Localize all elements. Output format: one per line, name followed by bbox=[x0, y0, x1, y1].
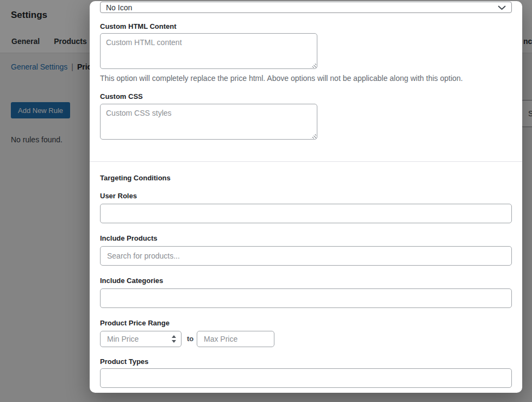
user-roles-input[interactable] bbox=[100, 204, 512, 223]
product-types-label: Product Types bbox=[100, 357, 148, 366]
custom-html-textarea[interactable] bbox=[100, 33, 317, 69]
include-products-label: Include Products bbox=[100, 234, 157, 242]
price-range-to-label: to bbox=[187, 335, 193, 343]
include-categories-label: Include Categories bbox=[100, 277, 163, 285]
rule-editor-modal: No Icon Custom HTML Content This option … bbox=[90, 1, 522, 393]
spinner-down-icon[interactable] bbox=[172, 340, 176, 343]
custom-css-textarea[interactable] bbox=[100, 104, 317, 140]
product-price-range-label: Product Price Range bbox=[100, 319, 170, 327]
section-divider bbox=[90, 161, 522, 162]
custom-html-label: Custom HTML Content bbox=[100, 22, 177, 30]
icon-select[interactable]: No Icon bbox=[100, 2, 512, 13]
chevron-down-icon bbox=[498, 5, 506, 10]
custom-html-help-text: This option will completely replace the … bbox=[100, 74, 512, 83]
screen: Settings General Products nc General Set… bbox=[0, 0, 532, 402]
icon-select-value: No Icon bbox=[106, 3, 132, 12]
max-price-input[interactable] bbox=[197, 331, 274, 347]
spinner-up-icon[interactable] bbox=[172, 335, 176, 338]
include-products-input[interactable] bbox=[100, 246, 512, 266]
min-price-stepper[interactable] bbox=[168, 331, 179, 347]
include-categories-input[interactable] bbox=[100, 288, 512, 308]
targeting-conditions-heading: Targeting Conditions bbox=[100, 174, 171, 182]
product-types-input[interactable] bbox=[100, 368, 512, 388]
user-roles-label: User Roles bbox=[100, 192, 137, 200]
custom-css-label: Custom CSS bbox=[100, 92, 143, 100]
